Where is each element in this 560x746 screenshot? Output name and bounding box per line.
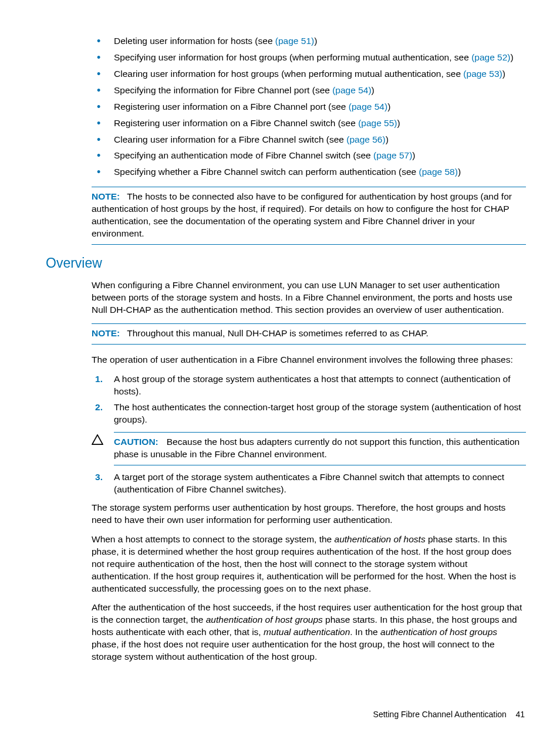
list-item: Deleting user information for hosts (see… — [92, 35, 526, 48]
bullet-tail: ) — [386, 134, 389, 144]
bullet-tail: ) — [458, 167, 461, 177]
emphasis: authentication of host groups — [380, 627, 497, 637]
emphasis: authentication of hosts — [335, 534, 426, 544]
bullet-tail: ) — [372, 85, 375, 95]
bullet-tail: ) — [511, 52, 514, 62]
bullet-text: Deleting user information for hosts (see — [114, 36, 275, 46]
bullet-list: Deleting user information for hosts (see… — [92, 35, 526, 178]
note-text: The hosts to be connected also have to b… — [92, 191, 512, 238]
list-item: A target port of the storage system auth… — [92, 471, 526, 496]
body-paragraph: The storage system performs user authent… — [92, 502, 526, 526]
caution-icon — [92, 434, 103, 445]
page-link[interactable]: (page 54) — [332, 85, 371, 95]
emphasis: authentication of host groups — [206, 615, 323, 625]
list-item: Specifying whether a Fibre Channel switc… — [92, 166, 526, 178]
text-run: . In the — [350, 627, 380, 637]
caution-label: CAUTION: — [114, 437, 167, 447]
note-block: NOTE:Throughout this manual, Null DH-CHA… — [92, 323, 526, 345]
page-link[interactable]: (page 58) — [419, 167, 458, 177]
list-item: Clearing user information for a Fibre Ch… — [92, 134, 526, 146]
bullet-tail: ) — [314, 36, 317, 46]
caution-text: Because the host bus adapters currently … — [114, 437, 519, 459]
note-text: Throughout this manual, Null DH-CHAP is … — [127, 328, 429, 338]
footer-page-number: 41 — [515, 710, 525, 719]
phases-intro: The operation of user authentication in … — [92, 354, 526, 366]
overview-paragraph: When configuring a Fibre Channel environ… — [92, 279, 526, 316]
bullet-text: Registering user information on a Fibre … — [114, 102, 349, 112]
bullet-text: Specifying whether a Fibre Channel switc… — [114, 167, 419, 177]
note-label: NOTE: — [92, 191, 127, 201]
page-link[interactable]: (page 55) — [358, 118, 397, 128]
list-item: A host group of the storage system authe… — [92, 373, 526, 398]
bullet-tail: ) — [502, 69, 505, 79]
body-paragraph: After the authentication of the host suc… — [92, 602, 526, 663]
caution-block: CAUTION:Because the host bus adapters cu… — [114, 432, 526, 465]
page-link[interactable]: (page 54) — [349, 102, 387, 112]
page-link[interactable]: (page 51) — [275, 36, 314, 46]
list-item: Specifying the information for Fibre Cha… — [92, 85, 526, 97]
list-item: Registering user information on a Fibre … — [92, 117, 526, 130]
phase-text: The host authenticates the connection-ta… — [114, 402, 521, 424]
note-label: NOTE: — [92, 328, 127, 338]
page-link[interactable]: (page 56) — [346, 134, 385, 144]
list-item: The host authenticates the connection-ta… — [92, 401, 526, 426]
bullet-tail: ) — [387, 102, 390, 112]
bullet-text: Specifying user information for host gro… — [114, 52, 471, 62]
bullet-text: Registering user information on a Fibre … — [114, 118, 358, 128]
bullet-text: Clearing user information for host group… — [114, 69, 463, 79]
overview-heading: Overview — [46, 254, 526, 272]
bullet-tail: ) — [397, 118, 400, 128]
list-item: Clearing user information for host group… — [92, 68, 526, 80]
caution-wrap: CAUTION:Because the host bus adapters cu… — [92, 432, 526, 465]
bullet-text: Clearing user information for a Fibre Ch… — [114, 134, 346, 144]
phase-text: A host group of the storage system authe… — [114, 374, 511, 396]
text-run: When a host attempts to connect to the s… — [92, 534, 335, 544]
phases-list: A host group of the storage system authe… — [92, 373, 526, 427]
page-footer: Setting Fibre Channel Authentication 41 — [373, 709, 525, 720]
list-item: Specifying an authentication mode of Fib… — [92, 150, 526, 162]
page-link[interactable]: (page 53) — [463, 69, 502, 79]
list-item: Registering user information on a Fibre … — [92, 101, 526, 113]
emphasis: mutual authentication — [264, 627, 350, 637]
page-link[interactable]: (page 57) — [373, 150, 412, 160]
text-run: phase, if the host does not require user… — [92, 639, 495, 661]
bullet-tail: ) — [412, 150, 415, 160]
list-item: Specifying user information for host gro… — [92, 52, 526, 64]
page-link[interactable]: (page 52) — [471, 52, 510, 62]
phase-text: A target port of the storage system auth… — [114, 472, 504, 494]
note-block: NOTE:The hosts to be connected also have… — [92, 187, 526, 245]
bullet-text: Specifying the information for Fibre Cha… — [114, 85, 332, 95]
footer-title: Setting Fibre Channel Authentication — [373, 710, 507, 719]
bullet-text: Specifying an authentication mode of Fib… — [114, 150, 373, 160]
phases-list-cont: A target port of the storage system auth… — [92, 471, 526, 496]
body-paragraph: When a host attempts to connect to the s… — [92, 534, 526, 595]
